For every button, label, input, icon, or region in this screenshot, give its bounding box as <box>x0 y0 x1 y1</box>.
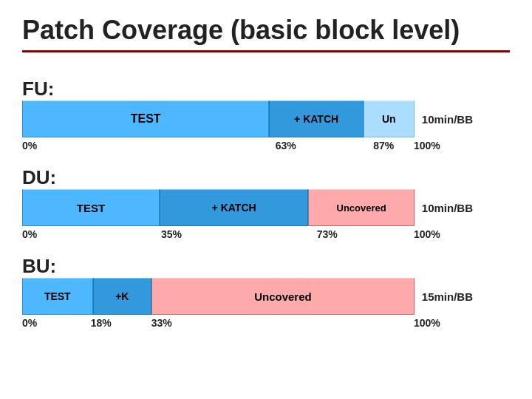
fu-un-segment: Un <box>364 100 415 137</box>
fu-katch-segment: + KATCH <box>269 100 363 137</box>
fu-label: FU: <box>22 78 63 100</box>
du-katch-segment: + KATCH <box>160 189 309 226</box>
fu-test-label: TEST <box>131 112 161 126</box>
du-pct-100: 100% <box>414 228 440 240</box>
du-time: 10min/BB <box>422 202 473 214</box>
fu-pct-63: 63% <box>276 140 296 151</box>
title-underline <box>22 50 510 52</box>
fu-un-label: Un <box>382 113 396 125</box>
bu-time: 15min/BB <box>422 290 473 303</box>
du-pct-0: 0% <box>22 228 37 240</box>
du-test-segment: TEST <box>22 189 160 226</box>
du-pct-35: 35% <box>161 228 182 240</box>
bu-uncovered-segment: Uncovered <box>151 278 415 315</box>
du-uncovered-label: Uncovered <box>337 202 386 214</box>
fu-pct-100: 100% <box>414 140 440 151</box>
fu-time: 10min/BB <box>422 113 473 126</box>
bu-pct-18: 18% <box>91 317 112 329</box>
bu-bar-container: TEST +K Uncovered 15min/BB 0% 18% 33% <box>22 278 473 317</box>
fu-pct-87: 87% <box>373 140 394 151</box>
du-bar-container: TEST + KATCH Uncovered 10min/BB 0% 35% 7… <box>22 189 473 228</box>
fu-bar-container: TEST + KATCH Un 10min/BB 0% 63% 87% <box>22 100 473 140</box>
du-pct-73: 73% <box>317 228 338 240</box>
bu-pct-33: 33% <box>151 317 172 329</box>
du-label: DU: <box>22 166 63 189</box>
fu-row: FU: TEST + KATCH Un 10min/B <box>22 73 510 140</box>
page: Patch Coverage (basic block level) FU: T… <box>0 0 532 399</box>
bu-uncovered-label: Uncovered <box>254 290 312 303</box>
du-test-label: TEST <box>77 202 105 214</box>
bu-katch-label: +K <box>115 290 129 302</box>
du-row: DU: TEST + KATCH Uncovered <box>22 162 510 228</box>
bu-test-label: TEST <box>44 290 71 302</box>
bu-katch-segment: +K <box>93 278 152 315</box>
page-title: Patch Coverage (basic block level) <box>22 15 510 46</box>
bu-row: BU: TEST +K Uncovered 15min <box>22 250 510 317</box>
bu-test-segment: TEST <box>22 278 93 315</box>
bu-label: BU: <box>22 255 63 278</box>
fu-pct-0: 0% <box>22 140 37 151</box>
bu-pct-100: 100% <box>414 317 440 329</box>
fu-katch-label: + KATCH <box>294 113 338 125</box>
bu-pct-0: 0% <box>22 317 37 329</box>
du-katch-label: + KATCH <box>212 202 256 214</box>
du-uncovered-segment: Uncovered <box>308 189 414 226</box>
fu-test-segment: TEST <box>22 100 269 137</box>
